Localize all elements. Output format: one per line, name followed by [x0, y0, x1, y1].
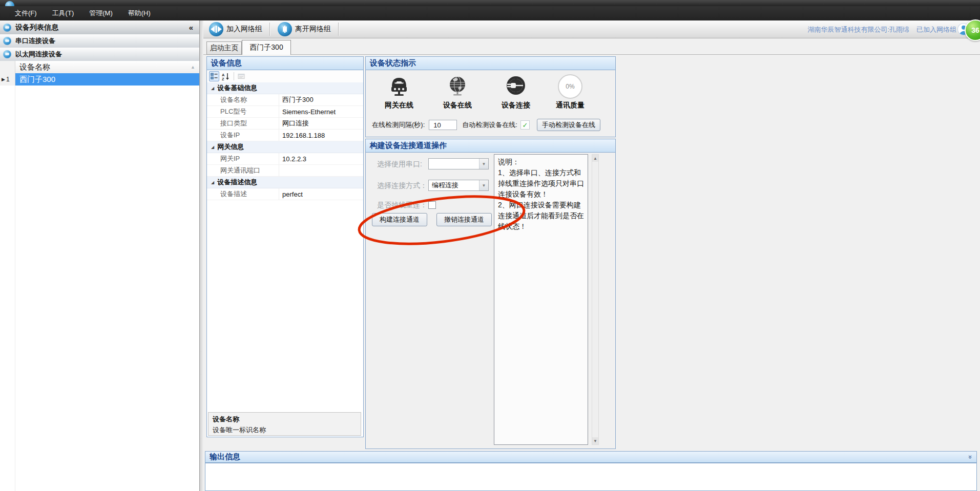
reconnect-label: 是否掉线重连： — [377, 201, 427, 210]
manual-detect-button[interactable]: 手动检测设备在线 — [537, 119, 600, 131]
interval-value: 10 — [433, 121, 441, 129]
note-line: 1、选择串口、连接方式和掉线重连操作选项只对串口连接设备有效！ — [498, 167, 584, 200]
channel-panel-header: 构建设备连接通道操作 — [366, 139, 615, 153]
property-group[interactable]: ◢ 设备基础信息 — [207, 82, 363, 94]
serial-port-combobox[interactable]: ▼ — [428, 158, 489, 169]
menu-help[interactable]: 帮助(H) — [120, 6, 158, 20]
main-toolbar: 加入网络组 离开网络组 湖南华辰智通科技有限公司:孔雨绵 已加入网络组 — [203, 20, 980, 38]
company-user-text: 湖南华辰智通科技有限公司:孔雨绵 — [807, 25, 909, 34]
device-name-column-header: 设备名称 — [19, 62, 50, 72]
chevron-down-icon: ▼ — [479, 180, 488, 190]
connect-mode-combobox[interactable]: 编程连接 ▼ — [428, 180, 489, 191]
group-name: 网关信息 — [217, 142, 244, 152]
toolbar-status-area: 湖南华辰智通科技有限公司:孔雨绵 已加入网络组 — [807, 20, 956, 38]
join-network-label: 加入网络组 — [226, 25, 262, 34]
instruction-note-box: 说明： 1、选择串口、连接方式和掉线重连操作选项只对串口连接设备有效！ 2、网口… — [494, 154, 588, 445]
property-label: 设备名称 — [207, 95, 279, 104]
property-label: 接口类型 — [207, 119, 279, 128]
property-value[interactable]: 西门子300 — [279, 94, 363, 105]
comm-quality-indicator: 0% 通讯质量 — [542, 74, 598, 110]
sidebar-collapse-icon[interactable]: « — [189, 23, 193, 32]
categorized-icon — [211, 73, 218, 80]
alphabetical-sort-button[interactable]: A Z — [220, 71, 231, 81]
plug-icon — [505, 74, 527, 97]
device-name-cell[interactable]: 西门子300 — [15, 73, 199, 86]
menu-file[interactable]: 文件(F) — [7, 6, 45, 20]
sidebar-item-serial-devices[interactable]: 串口连接设备 — [0, 34, 199, 48]
property-row[interactable]: 设备IP 192.168.1.188 — [207, 130, 363, 141]
note-line: 2、网口连接设备需要构建连接通道后才能看到是否在线状态！ — [498, 200, 584, 232]
check-icon: ✓ — [522, 121, 528, 129]
revoke-channel-button[interactable]: 撤销连接通道 — [436, 213, 492, 226]
row-number-column-header — [0, 61, 15, 73]
property-value[interactable]: 10.2.2.3 — [279, 153, 363, 164]
menu-bar: 文件(F) 工具(T) 管理(M) 帮助(H) — [0, 6, 980, 20]
property-group[interactable]: ◢ 网关信息 — [207, 141, 363, 153]
property-row[interactable]: 设备描述 perfect — [207, 188, 363, 200]
connect-mode-label: 选择连接方式： — [377, 181, 427, 190]
channel-operation-panel: 构建设备连接通道操作 选择使用串口: ▼ 选择连接方式： 编程连接 ▼ 是否掉线… — [365, 139, 616, 449]
property-value[interactable]: 192.168.1.188 — [279, 130, 363, 141]
device-info-panel: 设备信息 A Z ◢ — [206, 56, 364, 437]
menu-tools[interactable]: 工具(T) — [45, 6, 82, 20]
table-row[interactable]: ▶ 1 西门子300 — [0, 73, 199, 86]
reconnect-checkbox[interactable] — [428, 201, 436, 209]
sidebar-splitter[interactable] — [200, 20, 203, 491]
join-network-group-button[interactable]: 加入网络组 — [205, 22, 267, 37]
auto-detect-label: 自动检测设备在线: — [462, 120, 517, 130]
menu-manage[interactable]: 管理(M) — [81, 6, 120, 20]
device-online-indicator: 设备在线 — [429, 74, 486, 110]
ethernet-device-icon — [3, 50, 11, 58]
tab-start-home[interactable]: 启动主页 — [206, 41, 242, 55]
property-label: 设备IP — [207, 131, 279, 140]
toolbar-separator — [234, 72, 234, 80]
interval-input[interactable]: 10 — [429, 120, 457, 130]
categorized-view-button[interactable] — [209, 71, 219, 81]
property-value[interactable]: Siemens-Ethernet — [279, 106, 363, 117]
scroll-up-icon[interactable]: ▲ — [191, 65, 195, 70]
property-row[interactable]: 网关通讯端口 — [207, 165, 363, 177]
property-grid: ◢ 设备基础信息 设备名称 西门子300 PLC型号 Siemens-Ether… — [207, 82, 363, 200]
property-row[interactable]: 设备名称 西门子300 — [207, 94, 363, 106]
scroll-down-icon[interactable]: ▼ — [592, 437, 598, 444]
property-row[interactable]: 网关IP 10.2.2.3 — [207, 153, 363, 165]
property-group[interactable]: ◢ 设备描述信息 — [207, 177, 363, 188]
property-row[interactable]: 接口类型 网口连接 — [207, 118, 363, 130]
svg-text:Z: Z — [222, 76, 224, 80]
collapse-triangle-icon: ◢ — [211, 145, 214, 150]
quality-percent-circle: 0% — [558, 74, 582, 99]
property-pages-button — [236, 71, 246, 81]
collapse-triangle-icon: ◢ — [211, 180, 214, 185]
online-detect-row: 在线检测间隔(秒): 10 自动检测设备在线: ✓ 手动检测设备在线 — [372, 118, 613, 132]
channel-panel-title: 构建设备连接通道操作 — [370, 141, 447, 151]
build-channel-button[interactable]: 构建连接通道 — [372, 213, 427, 226]
row-number-cell: ▶ 1 — [0, 73, 15, 86]
auto-detect-checkbox[interactable]: ✓ — [520, 120, 530, 130]
scroll-up-icon[interactable]: ▲ — [592, 155, 598, 162]
toolbar-separator — [338, 23, 339, 36]
status-panel-title: 设备状态指示 — [370, 58, 416, 68]
property-grid-toolbar: A Z — [207, 70, 363, 83]
leave-network-group-button[interactable]: 离开网络组 — [274, 22, 336, 37]
group-name: 设备描述信息 — [217, 178, 257, 187]
gateway-icon — [388, 74, 410, 97]
indicator-label: 设备在线 — [429, 101, 486, 110]
tabstrip-divider — [203, 54, 980, 55]
status-panel-header: 设备状态指示 — [366, 57, 615, 70]
property-value[interactable] — [279, 165, 363, 176]
device-info-title: 设备信息 — [211, 58, 242, 68]
device-connect-indicator: 设备连接 — [488, 74, 544, 110]
serial-port-label: 选择使用串口: — [377, 160, 422, 169]
sidebar-title: 设备列表信息 — [15, 23, 58, 32]
property-value[interactable]: 网口连接 — [279, 118, 363, 129]
tab-siemens300[interactable]: 西门子300 — [242, 40, 291, 55]
property-value[interactable]: perfect — [279, 188, 363, 200]
collapse-chevron-icon[interactable]: » — [967, 455, 974, 459]
property-row[interactable]: PLC型号 Siemens-Ethernet — [207, 106, 363, 118]
device-info-header: 设备信息 — [207, 57, 363, 70]
row-number: 1 — [6, 76, 10, 83]
sidebar-item-ethernet-devices[interactable]: 以太网连接设备 — [0, 48, 199, 61]
property-label: PLC型号 — [207, 107, 279, 116]
note-scrollbar[interactable]: ▲ ▼ — [592, 154, 599, 445]
property-label: 设备描述 — [207, 189, 279, 199]
